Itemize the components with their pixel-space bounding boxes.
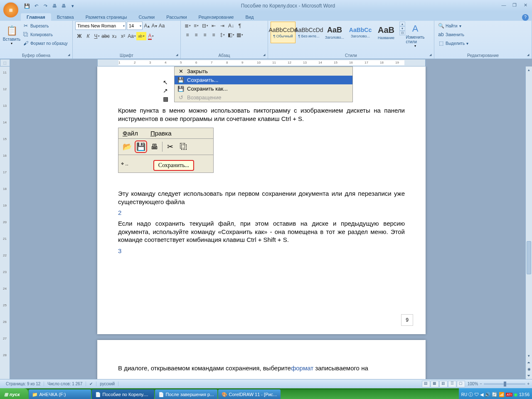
style-normal[interactable]: AaBbCcDd¶ Обычный bbox=[271, 22, 296, 43]
subscript-button[interactable]: x₂ bbox=[110, 32, 118, 40]
office-button[interactable]: ⊞ bbox=[2, 2, 19, 18]
italic-button[interactable]: К bbox=[84, 32, 92, 40]
bold-button[interactable]: Ж bbox=[75, 32, 84, 40]
qat-print-icon[interactable]: 🖶 bbox=[51, 2, 58, 10]
indent-button[interactable]: ⇥ bbox=[218, 22, 227, 30]
scroll-down-icon[interactable]: ▾ bbox=[526, 352, 532, 359]
tray-clock[interactable]: 13:56 bbox=[519, 392, 530, 397]
tab-view[interactable]: Вид bbox=[240, 13, 260, 21]
qat-preview-icon[interactable]: 🖶 bbox=[60, 2, 67, 10]
status-language[interactable]: русский bbox=[96, 382, 118, 386]
restore-button[interactable]: ❐ bbox=[510, 2, 519, 9]
justify-button[interactable]: ≡ bbox=[209, 31, 218, 39]
styles-scroll-up-icon[interactable]: ▴ bbox=[399, 22, 405, 26]
select-button[interactable]: ⬚Выделить ▾ bbox=[437, 39, 470, 47]
clear-format-icon[interactable]: Aa bbox=[158, 22, 165, 30]
scroll-up-icon[interactable]: ▴ bbox=[526, 66, 532, 73]
tray-lang[interactable]: RU bbox=[461, 392, 467, 397]
tab-insert[interactable]: Вставка bbox=[51, 13, 80, 21]
help-icon[interactable]: ? bbox=[522, 14, 529, 21]
numbering-button[interactable]: ≡▾ bbox=[192, 22, 200, 30]
bullets-button[interactable]: ≣▾ bbox=[183, 22, 192, 30]
close-button[interactable]: ✕ bbox=[521, 2, 530, 9]
borders-button[interactable]: ▦▾ bbox=[236, 31, 244, 39]
zoom-out-icon[interactable]: − bbox=[480, 382, 482, 386]
font-size-combo[interactable]: 14▾ bbox=[127, 22, 143, 30]
zoom-slider[interactable] bbox=[484, 383, 525, 385]
highlight-button[interactable]: ab▾ bbox=[136, 32, 146, 40]
zoom-in-icon[interactable]: + bbox=[527, 382, 530, 386]
task-corel[interactable]: 🎨CorelDRAW 11 - [Рис... bbox=[218, 389, 281, 399]
change-case-button[interactable]: Aa▾ bbox=[128, 32, 136, 40]
qat-dropdown-icon[interactable]: ▾ bbox=[69, 2, 76, 10]
tab-layout[interactable]: Разметка страницы bbox=[80, 13, 133, 21]
shading-button[interactable]: ◧▾ bbox=[227, 31, 235, 39]
vertical-ruler[interactable]: 111213141516171819202122232425262728 bbox=[0, 66, 10, 379]
style-title[interactable]: AaBНазвание bbox=[374, 22, 399, 43]
minimize-button[interactable]: — bbox=[500, 2, 508, 9]
browse-prev-icon[interactable]: ⏶ bbox=[526, 359, 532, 366]
tray-wifi-icon[interactable]: 📶 bbox=[499, 392, 505, 397]
zoom-value[interactable]: 100% bbox=[468, 382, 478, 386]
font-name-combo[interactable]: Times New Roman▾ bbox=[75, 22, 126, 30]
task-word2[interactable]: 📄После завершения р... bbox=[155, 389, 217, 399]
underline-button[interactable]: Ч▾ bbox=[93, 32, 101, 40]
status-proofing-icon[interactable]: ✔ bbox=[86, 382, 96, 386]
sort-button[interactable]: A↓ bbox=[227, 22, 235, 30]
format-painter-button[interactable]: 🖌Формат по образцу bbox=[22, 39, 69, 47]
task-folder[interactable]: 📁АНЕЧКА (F:) bbox=[29, 389, 91, 399]
qat-save-icon[interactable]: 💾 bbox=[23, 2, 31, 10]
vertical-scrollbar[interactable]: ▴ ▾ ⏶ ◉ ⏷ bbox=[525, 66, 532, 379]
cut-button[interactable]: ✂Вырезать bbox=[22, 22, 69, 30]
qat-undo-icon[interactable]: ↶ bbox=[32, 2, 40, 10]
show-marks-button[interactable]: ¶ bbox=[236, 22, 244, 30]
tray-info-icon[interactable]: ⓘ bbox=[468, 392, 473, 398]
tab-references[interactable]: Ссылки bbox=[133, 13, 160, 21]
multilevel-button[interactable]: ⊟▾ bbox=[201, 22, 209, 30]
status-words[interactable]: Число слов: 1 267 bbox=[44, 382, 86, 386]
line-spacing-button[interactable]: ‡▾ bbox=[218, 31, 227, 39]
status-page[interactable]: Страница: 9 из 12 bbox=[2, 382, 44, 386]
align-left-button[interactable]: ≡ bbox=[183, 31, 192, 39]
outdent-button[interactable]: ⇤ bbox=[209, 22, 218, 30]
tab-review[interactable]: Рецензирование bbox=[193, 13, 240, 21]
style-heading1[interactable]: AaBЗаголово... bbox=[322, 22, 347, 43]
tray-ati-icon[interactable]: ATI bbox=[506, 393, 512, 397]
tray-update-icon[interactable]: 🔄 bbox=[492, 392, 498, 397]
change-styles-button[interactable]: A Изменить стили ▾ bbox=[406, 22, 424, 49]
tray-arrow-icon[interactable]: ◀ bbox=[480, 392, 483, 397]
scrollbar-thumb[interactable] bbox=[527, 241, 531, 274]
tab-mailings[interactable]: Рассылки bbox=[160, 13, 192, 21]
paste-button[interactable]: 📋 Вставить ▾ bbox=[2, 22, 21, 49]
style-heading2[interactable]: AaBbCcЗаголово... bbox=[348, 22, 373, 43]
align-center-button[interactable]: ≡ bbox=[192, 31, 200, 39]
styles-scroll-down-icon[interactable]: ▾ bbox=[399, 26, 405, 31]
tray-shield-icon[interactable]: 🛡 bbox=[474, 392, 479, 397]
find-button[interactable]: 🔍Найти ▾ bbox=[437, 22, 470, 30]
view-fullscreen-icon[interactable]: ▦ bbox=[431, 381, 439, 387]
font-color-button[interactable]: A▾ bbox=[147, 32, 155, 40]
view-print-layout-icon[interactable]: ▤ bbox=[422, 381, 430, 387]
styles-expand-icon[interactable]: ⊡ bbox=[399, 31, 405, 35]
grow-font-icon[interactable]: A▴ bbox=[143, 22, 150, 30]
system-tray[interactable]: RU ⓘ 🛡 ◀ 🔊 🔄 📶 ATI ◉ 13:56 bbox=[459, 388, 532, 399]
task-word1[interactable]: 📄Пособие по Корелу.... bbox=[92, 389, 154, 399]
view-outline-icon[interactable]: ☰ bbox=[448, 381, 456, 387]
shrink-font-icon[interactable]: A▾ bbox=[151, 22, 158, 30]
horizontal-ruler[interactable]: 12345678910111213141516171819 bbox=[97, 59, 426, 66]
browse-next-icon[interactable]: ⏷ bbox=[526, 372, 532, 379]
align-right-button[interactable]: ≡ bbox=[201, 31, 209, 39]
ruler-corner[interactable]: ⬚ bbox=[0, 59, 10, 66]
view-web-icon[interactable]: ▥ bbox=[439, 381, 448, 387]
replace-button[interactable]: abЗаменить bbox=[437, 30, 470, 39]
strike-button[interactable]: abc bbox=[101, 32, 110, 40]
superscript-button[interactable]: x² bbox=[119, 32, 127, 40]
browse-object-icon[interactable]: ◉ bbox=[526, 366, 532, 372]
start-button[interactable]: ⊞пуск bbox=[0, 388, 28, 399]
view-draft-icon[interactable]: ▢ bbox=[457, 381, 465, 387]
tab-home[interactable]: Главная bbox=[21, 13, 51, 21]
tray-green-icon[interactable]: ◉ bbox=[514, 392, 518, 397]
copy-button[interactable]: ⿻Копировать bbox=[22, 30, 69, 39]
tray-volume-icon[interactable]: 🔊 bbox=[485, 392, 490, 397]
qat-redo-icon[interactable]: ↷ bbox=[42, 2, 49, 10]
